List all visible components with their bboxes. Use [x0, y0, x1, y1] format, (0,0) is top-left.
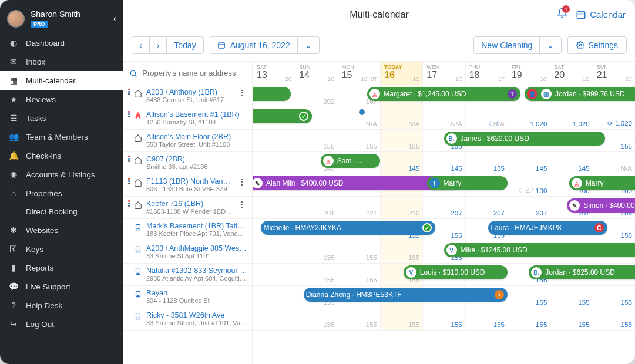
calendar-cell[interactable]: 155 [593, 308, 635, 330]
calendar-cell[interactable]: 155 [338, 264, 380, 285]
calendar-cell[interactable]: 1,020 [550, 107, 592, 129]
sidebar-item-tasks[interactable]: ☰Tasks [0, 109, 123, 127]
calendar-cell[interactable]: 155 [550, 286, 592, 308]
calendar-cell[interactable]: 210 [380, 197, 422, 218]
booking-bar[interactable]: ◬Margaret · $1,245.00 USDT [367, 87, 520, 101]
date-dropdown-icon[interactable]: ⌄ [298, 37, 319, 53]
calendar-cell[interactable]: 155 [508, 286, 550, 308]
day-header[interactable]: MON151C+3T [338, 62, 380, 85]
calendar-cell[interactable]: 155 [380, 241, 422, 263]
property-item[interactable]: Rayan304 - 1128 Quebec St [123, 286, 252, 308]
calendar-cell[interactable]: 155 [295, 130, 337, 151]
calendar-cell[interactable]: ☾ 2.7100 [508, 174, 550, 196]
booking-bar[interactable]: Dianna Zheng · HM3PE53KTF+ [304, 288, 508, 302]
calendar-cell[interactable] [253, 197, 295, 218]
sidebar-item-inbox[interactable]: ✉Inbox [0, 52, 123, 71]
booking-bar[interactable]: Laura · HMAJEJMKP8C [488, 221, 607, 235]
day-header[interactable]: SAT132C [253, 62, 295, 85]
calendar-cell[interactable]: ⟳1,020 [593, 107, 635, 129]
booking-bar[interactable]: VLouis · $310.00 USD [404, 265, 508, 279]
calendar-link[interactable]: Calendar [576, 9, 626, 20]
property-item[interactable]: Mark's Basement (1BR) Tatiana183 Keefer … [123, 219, 252, 241]
calendar-cell[interactable]: 155 [338, 241, 380, 263]
sidebar-item-websites[interactable]: ✱Websites [0, 221, 123, 240]
calendar-cell[interactable]: 155 [422, 308, 465, 330]
calendar-cell[interactable] [253, 264, 295, 285]
property-item[interactable]: Keefer 716 (1BR)#1603-1188 W Pender 1BD … [123, 197, 252, 219]
booking-bar[interactable]: !Marry [427, 176, 508, 190]
calendar-cell[interactable]: 145 [380, 152, 422, 174]
day-header[interactable]: FRI191C [508, 62, 550, 85]
day-header[interactable]: SUN212C [593, 62, 635, 85]
sidebar-item-multi-calendar[interactable]: ▦Multi-calendar [0, 71, 123, 90]
sidebar-item-reports[interactable]: ▮Reports [0, 258, 123, 277]
calendar-cell[interactable]: 135 [465, 152, 508, 174]
booking-bar[interactable]: Michelle · HMAY2JKYKA✓ [261, 221, 435, 235]
today-button[interactable]: Today [167, 37, 203, 53]
calendar-cell[interactable]: 145 [422, 152, 465, 174]
property-item[interactable]: F1113 (1BR) North Vancouver506 - 1330 Bu… [123, 174, 252, 197]
more-icon[interactable]: ⋮ [237, 177, 247, 187]
booking-bar[interactable]: B.James · $620.00 USD [444, 132, 606, 146]
calendar-cell[interactable]: 155 [295, 241, 337, 263]
bell-icon[interactable]: 1 [557, 8, 567, 21]
new-cleaning-dropdown-icon[interactable]: ⌄ [540, 37, 561, 53]
booking-bar[interactable]: B.Jordan · $625.00 USD [529, 265, 635, 279]
sidebar-item-team-members[interactable]: 👥Team & Members [0, 127, 123, 146]
sidebar-item-dashboard[interactable]: ◐Dashboard [0, 33, 123, 52]
calendar-cell[interactable] [253, 241, 295, 263]
calendar-cell[interactable]: 207 [508, 197, 550, 218]
collapse-sidebar-icon[interactable]: ‹ [113, 14, 116, 24]
sidebar-item-keys[interactable]: ⚿Keys [0, 240, 123, 258]
property-item[interactable]: Allison's Basement #1 (1BR)1250 Burnaby … [123, 107, 252, 130]
calendar-cell[interactable]: 145 [508, 152, 550, 174]
booking-bar[interactable]: ✓ [253, 87, 291, 101]
calendar-cell[interactable]: N/A [422, 107, 465, 129]
sidebar-item-live-support[interactable]: 💬Live Support [0, 277, 123, 296]
sidebar-item-reviews[interactable]: ★Reviews [0, 90, 123, 109]
prev-button[interactable]: ‹ [132, 37, 150, 53]
calendar-cell[interactable]: 145 [550, 152, 592, 174]
next-button[interactable]: › [150, 37, 167, 53]
sidebar-item-log-out[interactable]: ↪Log Out [0, 315, 123, 333]
day-header[interactable]: SAT201C [550, 62, 592, 85]
booking-bar[interactable]: VMike · $1245.00 USD [444, 243, 636, 257]
calendar-cell[interactable]: 155 [550, 308, 592, 330]
property-item[interactable]: A203 / Anthony (1BR)8488 Cornish St, Uni… [123, 85, 252, 107]
calendar-cell[interactable]: 207 [422, 197, 465, 218]
booking-bar[interactable]: 👤▥Jordan · $999.76 USD [525, 87, 635, 101]
calendar-cell[interactable]: 221 [338, 197, 380, 218]
booking-bar[interactable]: ◬MarryC [569, 176, 635, 190]
calendar-cell[interactable]: 202 [295, 85, 337, 107]
sidebar-item-properties[interactable]: ⌂Properties [0, 184, 123, 203]
day-header[interactable]: WEN171C [422, 62, 465, 85]
sidebar-item-accounts-listings[interactable]: ◉Accounts & Listings [0, 165, 123, 184]
calendar-cell[interactable]: 155 [295, 264, 337, 285]
calendar-cell[interactable]: N/A [593, 152, 635, 174]
calendar-cell[interactable]: ☾ 4N/A [465, 107, 508, 129]
property-item[interactable]: C907 (2BR)Smithe 33, apt #2108 [123, 152, 252, 174]
calendar-cell[interactable]: 201 [295, 197, 337, 218]
calendar-cell[interactable] [253, 308, 295, 330]
more-icon[interactable]: ⋮ [237, 200, 247, 209]
sidebar-item-check-ins[interactable]: 🔔Check-ins [0, 146, 123, 165]
property-item[interactable]: A203 / AnthMaggie 885 West...33 Smithe S… [123, 241, 252, 264]
day-header[interactable]: TODAY161C [380, 62, 422, 85]
booking-bar[interactable]: ✎Simon · $400.00 U [567, 198, 635, 213]
calendar-cell[interactable]: N/A [380, 107, 422, 129]
day-header[interactable]: SUN141C [295, 62, 337, 85]
date-picker[interactable]: August 16, 2022 ⌄ [210, 36, 320, 54]
calendar-cell[interactable]: 155 [465, 308, 508, 330]
calendar-cell[interactable]: 155 [593, 286, 635, 308]
booking-bar[interactable]: ◬Sam · ... [321, 154, 380, 168]
more-icon[interactable]: ⋮ [237, 88, 247, 97]
day-header[interactable]: THU181T [465, 62, 508, 85]
sidebar-item-help-desk[interactable]: ?Help Desk [0, 296, 123, 315]
calendar-cell[interactable] [253, 152, 295, 174]
new-cleaning-button[interactable]: New Cleaning [474, 37, 540, 53]
settings-button[interactable]: Settings [567, 36, 627, 54]
search-input[interactable] [142, 69, 246, 77]
property-item[interactable]: Natalia #1302-833 Seymour 1...2980 Atlan… [123, 264, 252, 286]
calendar-cell[interactable]: 155 [508, 308, 550, 330]
calendar-cell[interactable]: 155 [380, 308, 422, 330]
